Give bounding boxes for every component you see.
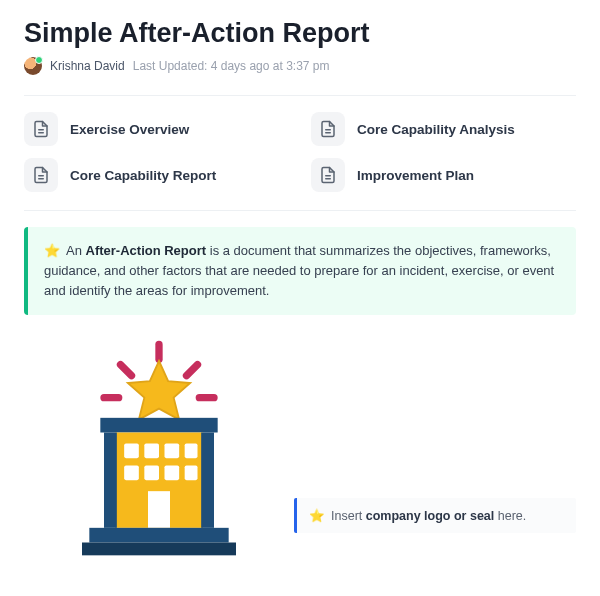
toc-label: Exercise Overview [70, 122, 189, 137]
svg-rect-14 [100, 418, 217, 433]
svg-rect-21 [144, 466, 159, 481]
svg-line-9 [121, 365, 132, 376]
toc-label: Improvement Plan [357, 168, 474, 183]
avatar[interactable] [24, 57, 42, 75]
document-icon [311, 112, 345, 146]
toc-label: Core Capability Report [70, 168, 216, 183]
toc-item-improvement-plan[interactable]: Improvement Plan [311, 158, 576, 192]
document-icon [24, 158, 58, 192]
divider [24, 210, 576, 211]
svg-rect-19 [185, 444, 198, 459]
document-icon [24, 112, 58, 146]
divider [24, 95, 576, 96]
toc-item-capability-report[interactable]: Core Capability Report [24, 158, 289, 192]
logo-placeholder-hint[interactable]: ⭐Insert company logo or seal here. [294, 498, 576, 533]
svg-rect-23 [185, 466, 198, 481]
svg-rect-26 [201, 433, 214, 528]
star-icon: ⭐ [44, 243, 60, 258]
hint-rest: here. [494, 509, 526, 523]
document-icon [311, 158, 345, 192]
svg-rect-27 [89, 528, 228, 543]
svg-rect-17 [144, 444, 159, 459]
svg-rect-20 [124, 466, 139, 481]
toc-item-capability-analysis[interactable]: Core Capability Analysis [311, 112, 576, 146]
hero-row: ⭐Insert company logo or seal here. [24, 339, 576, 563]
page-title: Simple After-Action Report [24, 18, 576, 49]
svg-marker-13 [128, 361, 190, 420]
callout-prefix: An [66, 243, 86, 258]
callout-info: ⭐An After-Action Report is a document th… [24, 227, 576, 315]
author-name[interactable]: Krishna David [50, 59, 125, 73]
table-of-contents: Exercise Overview Core Capability Analys… [24, 112, 576, 192]
svg-rect-22 [165, 466, 180, 481]
svg-line-10 [187, 365, 198, 376]
svg-rect-16 [124, 444, 139, 459]
svg-rect-18 [165, 444, 180, 459]
hint-prefix: Insert [331, 509, 366, 523]
toc-item-overview[interactable]: Exercise Overview [24, 112, 289, 146]
meta-bar: Krishna David Last Updated: 4 days ago a… [24, 57, 576, 75]
hint-bold: company logo or seal [366, 509, 495, 523]
callout-bold: After-Action Report [86, 243, 207, 258]
svg-rect-28 [82, 543, 236, 556]
last-updated: Last Updated: 4 days ago at 3:37 pm [133, 59, 330, 73]
star-icon: ⭐ [309, 509, 325, 523]
svg-rect-24 [148, 492, 170, 529]
building-star-illustration [44, 339, 274, 563]
toc-label: Core Capability Analysis [357, 122, 515, 137]
svg-rect-25 [104, 433, 117, 528]
